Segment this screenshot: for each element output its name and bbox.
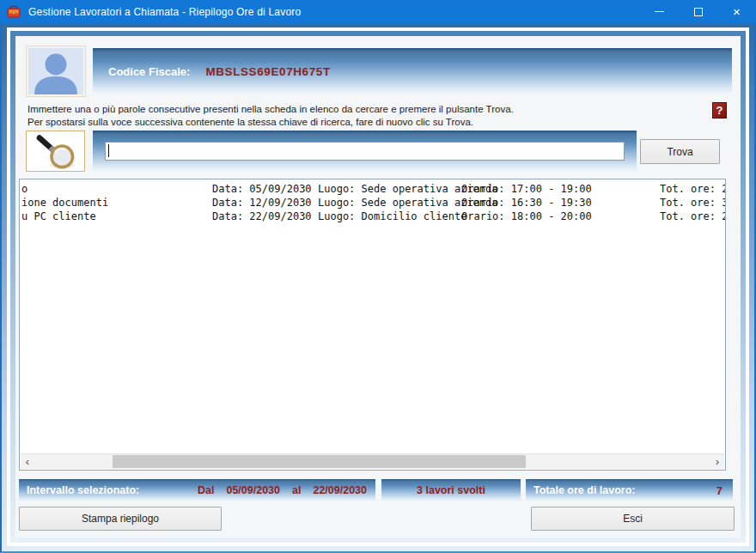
row-date: Data: 12/09/2030 xyxy=(212,197,312,209)
search-input[interactable] xyxy=(105,142,625,161)
interval-panel: Intervallo selezionato: Dal 05/09/2030 a… xyxy=(19,479,375,501)
work-row[interactable]: ione documenti Data: 12/09/2030 Luogo: S… xyxy=(20,197,725,210)
content-area: Codice Fiscale: MBSLSS69E07H675T Immette… xyxy=(15,36,741,538)
row-time: Orario: 17:00 - 19:00 xyxy=(461,183,592,195)
trova-button[interactable]: Trova xyxy=(640,139,720,164)
esci-button[interactable]: Esci xyxy=(531,507,735,531)
text-caret xyxy=(108,144,109,157)
title-bar: Gestione Lavoratori a Chiamata - Riepilo… xyxy=(0,0,756,23)
close-button[interactable]: × xyxy=(717,0,756,23)
total-hours-panel: Totale ore di lavoro: 7 xyxy=(526,479,733,501)
instructions-line1: Immettere una o più parole consecutive p… xyxy=(27,103,514,116)
magnifying-glass-icon xyxy=(29,132,82,170)
to-date: 22/09/2030 xyxy=(313,484,367,496)
codice-fiscale-banner: Codice Fiscale: MBSLSS69E07H675T xyxy=(93,48,732,94)
total-hours-label: Totale ore di lavoro: xyxy=(526,484,636,496)
row-time: Orario: 16:30 - 19:30 xyxy=(461,197,592,209)
minimize-icon xyxy=(655,11,664,12)
dal-label: Dal xyxy=(198,484,214,496)
window-controls: × xyxy=(640,0,756,23)
interval-label: Intervallo selezionato: xyxy=(19,484,139,496)
minimize-button[interactable] xyxy=(640,0,679,23)
outer-frame: Codice Fiscale: MBSLSS69E07H675T Immette… xyxy=(0,23,756,553)
interval-dates: Dal 05/09/2030 al 22/09/2030 xyxy=(186,484,375,496)
question-mark-icon: ? xyxy=(716,104,723,117)
horizontal-scrollbar[interactable]: ‹ › xyxy=(21,453,724,469)
help-button[interactable]: ? xyxy=(712,102,727,118)
jobs-count: 3 lavori svolti xyxy=(417,484,485,496)
search-instructions: Immettere una o più parole consecutive p… xyxy=(27,103,514,129)
inner-frame: Codice Fiscale: MBSLSS69E07H675T Immette… xyxy=(10,31,746,543)
total-hours-value: 7 xyxy=(716,484,733,497)
codice-fiscale-value: MBSLSS69E07H675T xyxy=(205,65,330,78)
row-description: o xyxy=(21,183,27,195)
work-rows: o Data: 05/09/2030 Luogo: Sede operativa… xyxy=(20,183,725,224)
avatar xyxy=(27,46,85,96)
work-records-list: o Data: 05/09/2030 Luogo: Sede operativa… xyxy=(19,179,726,471)
row-description: u PC cliente xyxy=(21,210,96,222)
instructions-line2: Per spostarsi sulla voce successiva cont… xyxy=(27,116,514,129)
scroll-right-icon[interactable]: › xyxy=(710,454,724,469)
scroll-left-icon[interactable]: ‹ xyxy=(21,454,34,469)
maximize-button[interactable] xyxy=(679,0,717,23)
magnifier-image-box xyxy=(26,131,85,172)
search-panel xyxy=(93,131,637,172)
stampa-riepilogo-button[interactable]: Stampa riepilogo xyxy=(19,507,222,531)
work-row[interactable]: o Data: 05/09/2030 Luogo: Sede operativa… xyxy=(20,183,725,197)
row-place: Luogo: Domicilio cliente xyxy=(318,210,466,222)
row-description: ione documenti xyxy=(21,197,108,209)
row-total-hours: Tot. ore: 2 xyxy=(660,210,726,222)
jobs-count-panel: 3 lavori svolti xyxy=(381,479,521,501)
al-label: al xyxy=(292,484,301,496)
middle-frame: Codice Fiscale: MBSLSS69E07H675T Immette… xyxy=(7,27,749,546)
close-icon: × xyxy=(733,5,741,18)
window-title: Gestione Lavoratori a Chiamata - Riepilo… xyxy=(28,6,640,18)
from-date: 05/09/2030 xyxy=(226,484,280,496)
row-time: Orario: 18:00 - 20:00 xyxy=(461,210,592,222)
row-date: Data: 05/09/2030 xyxy=(212,183,312,195)
briefcase-app-icon xyxy=(7,5,21,19)
scrollbar-thumb[interactable] xyxy=(113,455,526,468)
work-row[interactable]: u PC cliente Data: 22/09/2030 Luogo: Dom… xyxy=(20,210,725,224)
app-window: Gestione Lavoratori a Chiamata - Riepilo… xyxy=(0,0,756,553)
row-total-hours: Tot. ore: 2 xyxy=(660,183,726,195)
maximize-icon xyxy=(694,8,703,16)
codice-fiscale-label: Codice Fiscale: xyxy=(93,65,190,78)
row-total-hours: Tot. ore: 3 xyxy=(660,197,726,209)
row-date: Data: 22/09/2030 xyxy=(212,210,312,222)
